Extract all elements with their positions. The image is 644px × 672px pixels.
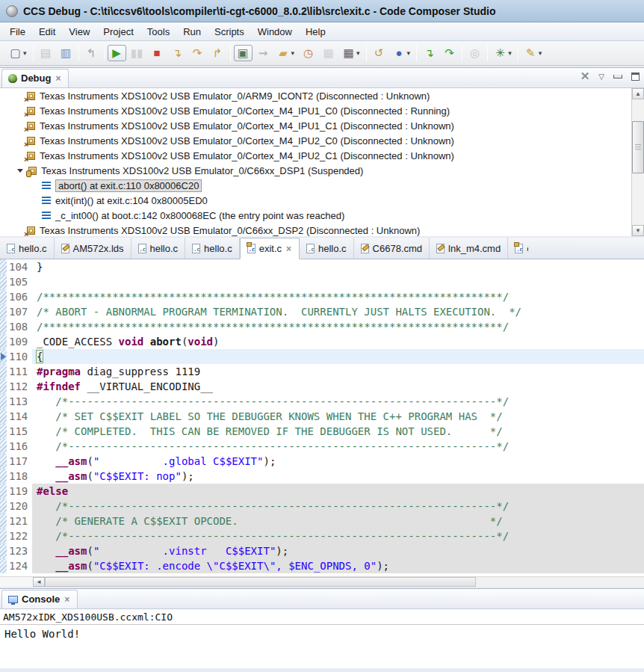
annotation-ruler[interactable] [0,364,7,379]
terminate-button[interactable]: ■ [148,45,167,61]
step-into-button[interactable]: ↴ [168,45,187,61]
debug-target-row[interactable]: ×Texas Instruments XDS100v2 USB Emulator… [0,223,644,236]
menu-window[interactable]: Window [251,24,299,40]
editor-tab-close-icon[interactable]: × [285,244,292,254]
editor-tab-hello-c[interactable]: hello.c [131,238,186,259]
editor-tab-am572x-lds[interactable]: AM572x.lds [55,238,131,259]
annotation-ruler[interactable] [0,259,7,274]
console-tab-close-icon[interactable]: × [64,594,70,605]
editor-tab-exit-c[interactable]: exit.c× [240,238,300,259]
annotation-ruler[interactable] [0,484,7,499]
hscroll-track[interactable] [45,577,644,587]
code-line-118[interactable]: 118 __asm("C$$EXIT: nop"); [0,469,644,484]
menu-help[interactable]: Help [299,24,332,40]
code-editor[interactable]: 104}105106/*****************************… [0,259,644,576]
annotation-ruler[interactable] [0,334,7,349]
annotation-ruler[interactable] [0,454,7,469]
stack-frame-row[interactable]: _c_int00() at boot.c:142 0x800068EC (the… [0,208,644,223]
annotation-ruler[interactable] [0,394,7,409]
scrollbar-thumb[interactable] [632,121,644,173]
annotation-ruler[interactable] [0,439,7,454]
annotation-ruler[interactable] [0,514,7,528]
annotation-ruler[interactable] [0,558,7,573]
editor-tab-hello-c[interactable]: hello.c [300,238,354,259]
code-line-114[interactable]: 114 /* SET C$$EXIT LABEL SO THE DEBUGGER… [0,409,644,424]
code-line-105[interactable]: 105 [0,274,644,289]
console-tab[interactable]: Console × [1,590,78,608]
menu-file[interactable]: File [3,24,32,40]
trace-button[interactable]: ⇝ [254,45,273,61]
assembly-step-over-button[interactable]: ↷ [440,45,459,61]
editor-tab-hello-c[interactable]: hello.c [185,238,240,259]
code-line-110[interactable]: 110{ [0,349,644,364]
debug-tab[interactable]: Debug × [1,69,69,87]
debug-target-row[interactable]: ×Texas Instruments XDS100v2 USB Emulator… [0,88,644,103]
code-line-113[interactable]: 113 /*----------------------------------… [0,394,644,409]
maximize-view-icon[interactable] [631,73,640,81]
stack-frame-row[interactable]: abort() at exit.c:110 0x80006C20 [0,178,644,193]
debug-target-row[interactable]: ×Texas Instruments XDS100v2 USB Emulator… [0,118,644,133]
scroll-left-icon[interactable]: ◄ [33,577,45,587]
menu-tools[interactable]: Tools [140,24,176,40]
tree-expander-icon[interactable] [17,169,23,173]
editor-hscrollbar[interactable]: ◄ [0,576,644,587]
step-return-button[interactable]: ↱ [208,45,227,61]
code-line-117[interactable]: 117 __asm(" .global C$$EXIT"); [0,454,644,469]
menu-view[interactable]: View [62,24,96,40]
code-line-123[interactable]: 123 __asm(" .vinstr C$$EXIT"); [0,543,644,558]
code-line-111[interactable]: 111#pragma diag_suppress 1119 [0,364,644,379]
new-wizard-button[interactable]: ▢▾ [6,45,30,61]
code-line-121[interactable]: 121 /* GENERATE A C$$EXIT OPCODE. */ [0,514,644,528]
code-line-109[interactable]: 109_CODE_ACCESS void abort(void) [0,334,644,349]
view-menu-icon[interactable]: ▽ [598,73,604,81]
step-over-button[interactable]: ↷ [188,45,207,61]
console-output[interactable]: Hello World! [0,625,644,643]
annotation-ruler[interactable] [0,469,7,484]
debug-target-row[interactable]: Texas Instruments XDS100v2 USB Emulator_… [0,163,644,178]
code-line-124[interactable]: 124 __asm("C$$EXIT: .encode \"C$$EXIT\",… [0,558,644,573]
assembly-step-into-button[interactable]: ↴ [420,45,439,61]
menu-run[interactable]: Run [176,24,208,40]
code-line-108[interactable]: 108/************************************… [0,319,644,334]
code-line-112[interactable]: 112#ifndef __VIRTUAL_ENCODING__ [0,379,644,394]
hscroll-thumb[interactable] [45,577,476,587]
resume-button[interactable]: ▶ [108,45,126,61]
annotation-ruler[interactable] [0,424,7,439]
annotation-ruler[interactable] [0,274,7,289]
annotation-ruler[interactable] [0,379,7,394]
scroll-down-icon[interactable]: ▼ [632,225,644,236]
code-line-119[interactable]: 119#else [0,484,644,499]
annotation-ruler[interactable] [0,319,7,334]
debug-target-row[interactable]: ×Texas Instruments XDS100v2 USB Emulator… [0,133,644,148]
debug-target-row[interactable]: ×Texas Instruments XDS100v2 USB Emulator… [0,148,644,163]
annotation-ruler[interactable] [0,499,7,514]
debug-configurations-button[interactable]: ✳▾ [491,45,515,61]
annotation-ruler[interactable] [0,349,7,364]
load-program-button[interactable]: ▰▾ [274,45,298,61]
debug-target-row[interactable]: ×Texas Instruments XDS100v2 USB Emulator… [0,103,644,118]
code-line-116[interactable]: 116 /*----------------------------------… [0,439,644,454]
debug-tab-close-icon[interactable]: × [55,73,61,84]
code-line-104[interactable]: 104} [0,259,644,274]
editor-tab-hello-c[interactable]: hello.c [0,238,55,259]
annotation-ruler[interactable] [0,409,7,424]
annotation-ruler[interactable] [0,543,7,558]
editor-tab-ex[interactable]: ex [508,238,528,259]
menu-project[interactable]: Project [96,24,140,40]
menu-scripts[interactable]: Scripts [208,24,251,40]
code-line-107[interactable]: 107/* ABORT - ABNORMAL PROGRAM TERMINATI… [0,304,644,319]
code-line-122[interactable]: 122 /*----------------------------------… [0,528,644,543]
minimize-view-icon[interactable] [613,75,622,78]
new-target-configuration-button[interactable]: ●▾ [390,45,414,61]
highlight-button[interactable]: ✎▾ [521,45,545,61]
editor-tab-lnk_m4-cmd[interactable]: lnk_m4.cmd [430,238,508,259]
save-all-button[interactable]: ▥ [57,45,75,61]
restart-button[interactable]: ↺ [370,45,388,61]
annotation-ruler[interactable] [0,304,7,319]
instruction-stepping-button[interactable]: ▣ [234,45,253,61]
annotation-ruler[interactable] [0,289,7,304]
stack-frame-row[interactable]: exit(int)() at exit.c:104 0x80005ED0 [0,193,644,208]
remove-all-terminated-icon[interactable]: ✕ [580,72,590,81]
code-line-115[interactable]: 115 /* COMPLETED. THIS CAN BE REMOVED IF… [0,424,644,439]
processor-options-button[interactable]: ▦▾ [339,45,363,61]
